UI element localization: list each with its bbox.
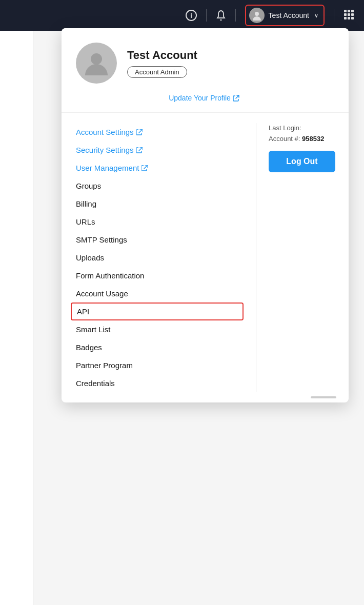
account-admin-badge: Account Admin [127, 66, 187, 78]
menu-item-api[interactable]: API [71, 302, 244, 320]
grid-icon[interactable] [343, 9, 354, 22]
scroll-hint [311, 396, 336, 398]
menu-item-security-settings[interactable]: Security Settings [76, 141, 244, 159]
menu-item-account-settings[interactable]: Account Settings [76, 123, 244, 141]
account-menu-button[interactable]: Test Account ∨ [245, 5, 325, 26]
nav-divider-3 [334, 9, 334, 22]
svg-text:i: i [190, 12, 192, 19]
svg-rect-5 [348, 10, 350, 12]
menu-item-urls[interactable]: URLs [76, 213, 244, 231]
svg-rect-12 [351, 17, 354, 19]
bell-icon[interactable] [216, 10, 226, 21]
svg-point-13 [91, 53, 102, 65]
svg-point-2 [220, 19, 221, 21]
external-link-icon [141, 165, 148, 171]
svg-point-3 [255, 12, 259, 16]
profile-header: Test Account Account Admin Update Your P… [62, 28, 349, 113]
menu-item-partner-program[interactable]: Partner Program [76, 356, 244, 374]
dropdown-body: Account Settings Security Settings User … [62, 113, 349, 392]
svg-rect-10 [344, 17, 347, 19]
nav-divider-2 [235, 9, 236, 22]
account-number: 958532 [302, 135, 324, 143]
profile-name: Test Account [127, 49, 197, 62]
update-profile-link[interactable]: Update Your Profile [169, 94, 239, 102]
external-link-icon [233, 95, 239, 102]
menu-item-groups[interactable]: Groups [76, 177, 244, 195]
menu-item-account-usage[interactable]: Account Usage [76, 285, 244, 302]
nav-divider-1 [206, 9, 207, 22]
info-icon[interactable]: i [186, 10, 197, 21]
svg-rect-11 [348, 17, 350, 19]
svg-rect-7 [344, 13, 347, 16]
svg-rect-9 [351, 13, 354, 16]
profile-header-row: Test Account Account Admin [76, 43, 332, 84]
svg-rect-6 [351, 10, 354, 12]
menu-item-billing[interactable]: Billing [76, 195, 244, 213]
svg-rect-4 [344, 10, 347, 12]
menu-item-form-authentication[interactable]: Form Authentication [76, 267, 244, 285]
navbar: i Test Account ∨ [0, 0, 364, 31]
menu-item-smtp-settings[interactable]: SMTP Settings [76, 231, 244, 249]
menu-item-credentials[interactable]: Credentials [76, 374, 244, 392]
nav-avatar [249, 8, 265, 23]
menu-item-user-management[interactable]: User Management [76, 159, 244, 177]
menu-column: Account Settings Security Settings User … [62, 123, 256, 392]
account-dropdown-panel: Test Account Account Admin Update Your P… [62, 28, 349, 402]
external-link-icon [136, 147, 143, 153]
last-login-info: Last Login: Account #: 958532 [269, 123, 336, 145]
menu-item-smart-list[interactable]: Smart List [76, 320, 244, 338]
nav-account-name: Test Account [269, 11, 309, 19]
avatar [76, 43, 117, 84]
svg-rect-8 [348, 13, 350, 16]
chevron-down-icon: ∨ [314, 12, 318, 19]
menu-item-uploads[interactable]: Uploads [76, 249, 244, 267]
profile-info: Test Account Account Admin [127, 49, 197, 78]
sidebar-stub [0, 31, 33, 605]
menu-item-badges[interactable]: Badges [76, 338, 244, 356]
external-link-icon [136, 129, 143, 135]
info-column: Last Login: Account #: 958532 Log Out [256, 123, 349, 392]
logout-button[interactable]: Log Out [269, 151, 335, 172]
